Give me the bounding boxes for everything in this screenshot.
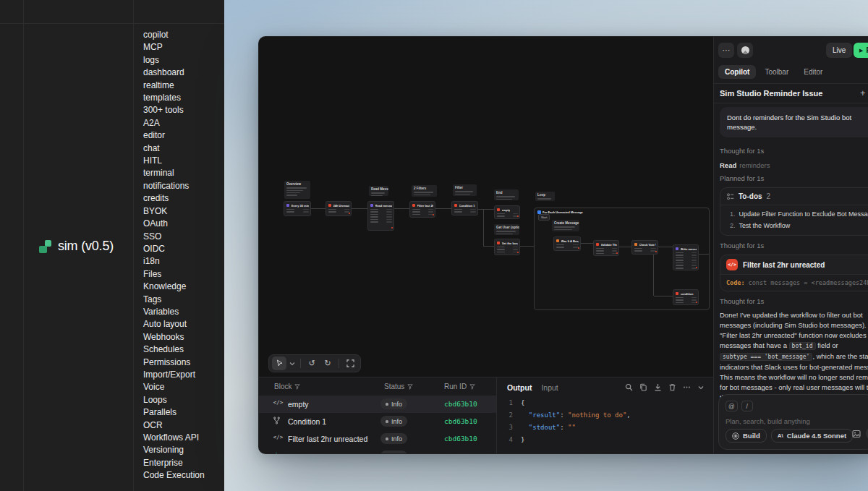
node-label: Write message <box>681 247 697 251</box>
todos-card: To-dos 2 1.Update Filter Function to Exc… <box>720 187 868 236</box>
node-param-row <box>676 265 697 266</box>
canvas-note[interactable]: Create Message <box>552 220 579 231</box>
anthropic-icon: A\ <box>778 432 783 439</box>
node-param-row <box>370 214 392 215</box>
tab-toolbar[interactable]: Toolbar <box>758 65 795 79</box>
node-param-row <box>676 299 697 301</box>
note-text-line <box>496 231 516 232</box>
table-row[interactable]: </>emptyInfocbd63b10 <box>259 396 496 413</box>
column-header-run-id[interactable]: Run ID <box>444 383 475 390</box>
canvas-note[interactable]: Overview <box>284 181 310 199</box>
attach-image-icon[interactable] <box>852 430 861 438</box>
pointer-tool-button[interactable] <box>272 356 286 370</box>
new-chat-button[interactable]: + <box>860 87 866 98</box>
workflow-node[interactable]: Every 30 minutes <box>284 201 311 216</box>
workflow-node[interactable]: 24h Unreacted <box>326 201 352 216</box>
workflow-edge <box>394 208 409 209</box>
run-button[interactable]: ▶ Run <box>854 43 868 58</box>
workflow-node[interactable]: Read messages 24hr <box>367 201 394 231</box>
code-line: 4} <box>497 434 713 446</box>
workflow-node[interactable]: Write message <box>673 244 699 270</box>
workflow-node[interactable]: Validate Thread TS <box>593 240 619 256</box>
feature-item: credits <box>143 192 205 205</box>
tab-copilot[interactable]: Copilot <box>718 65 756 79</box>
copy-icon[interactable] <box>639 383 647 391</box>
chat-title: Sim Studio Reminder Issue <box>720 89 822 98</box>
column-header-status[interactable]: Status <box>384 383 413 390</box>
required-dot <box>696 302 697 303</box>
search-icon[interactable] <box>625 383 633 391</box>
loop-start-node[interactable]: Start <box>538 214 550 221</box>
more-options-button[interactable]: ⋯ <box>718 43 734 58</box>
feature-item: Import/Export <box>143 369 205 381</box>
canvas-note[interactable]: Loop <box>535 192 555 201</box>
fit-view-button[interactable] <box>343 356 357 370</box>
tool-dropdown-chevron-icon[interactable] <box>288 356 297 370</box>
feature-item: OIDC <box>143 243 205 255</box>
workflow-node[interactable]: Filter last 2hr unreacted <box>409 201 435 218</box>
workflow-node[interactable]: Condition 1 <box>451 201 478 215</box>
download-icon[interactable] <box>654 383 662 391</box>
workflow-canvas[interactable]: ↺ ↻ For Each Unreacted MessageStartOverv… <box>259 37 713 377</box>
workflow-node[interactable]: Was It A Busy Chat <box>553 236 581 251</box>
trash-icon[interactable] <box>668 383 676 391</box>
function-code-preview: Code:const messages = <readmessages24hr.… <box>720 274 868 291</box>
node-param-row <box>454 211 476 213</box>
run-id: cbd63b10 <box>444 400 477 408</box>
table-row[interactable]: Read messages 24hrInfocbd63b10 <box>259 448 496 454</box>
feature-list: copilotMCPlogsdashboardrealtimetemplates… <box>143 29 205 482</box>
mention-chip[interactable]: @ <box>726 401 738 411</box>
node-param-row <box>286 211 309 213</box>
copilot-sphere-button[interactable] <box>737 43 753 58</box>
node-type-icon <box>676 292 679 296</box>
function-block-card[interactable]: </> Filter last 2hr unreacted Code:const… <box>720 255 868 291</box>
workflow-node[interactable]: condition <box>673 289 699 305</box>
todos-header[interactable]: To-dos 2 <box>720 188 868 205</box>
workflow-node[interactable]: Get the busy chat <box>494 239 520 255</box>
workflow-edge <box>520 246 534 247</box>
live-button[interactable]: Live <box>826 43 852 58</box>
node-label: Check Vote TS <box>639 243 656 247</box>
note-text-line <box>371 192 385 194</box>
table-row[interactable]: </>Filter last 2hr unreactedInfocbd63b10 <box>259 430 496 448</box>
canvas-note[interactable]: End <box>494 189 519 200</box>
canvas-note[interactable]: Get User (optional) <box>494 224 519 235</box>
table-row[interactable]: Condition 1Infocbd63b10 <box>259 413 496 430</box>
workflow-node[interactable]: empty <box>494 205 520 219</box>
todo-item[interactable]: 1.Update Filter Function to Exclude Bot … <box>720 205 868 220</box>
feature-item: copilot <box>143 29 205 41</box>
canvas-note[interactable]: 2 Filters <box>412 185 437 197</box>
workflow-edge <box>484 246 494 247</box>
inline-code: subtype === 'bot_message' <box>720 353 812 361</box>
grid-line <box>23 0 24 491</box>
tab-output[interactable]: Output <box>507 383 532 392</box>
node-param-row <box>497 218 518 219</box>
thought-status[interactable]: Thought for 1s <box>720 297 868 305</box>
node-param-row <box>412 209 433 210</box>
note-text-line <box>537 198 551 200</box>
build-mode-button[interactable]: Build <box>726 429 767 443</box>
canvas-note[interactable]: Filter <box>453 184 477 196</box>
thought-status[interactable]: Thought for 1s <box>720 242 868 249</box>
collapse-chevron-icon[interactable] <box>697 384 705 391</box>
node-label: Validate Thread TS <box>601 243 617 247</box>
redo-button[interactable]: ↻ <box>320 356 335 370</box>
planned-status[interactable]: Planned for 1s <box>720 174 868 182</box>
slash-command-chip[interactable]: / <box>741 401 753 411</box>
canvas-note[interactable]: Read Messages <box>369 186 388 196</box>
copilot-panel: ⋯ Live ▶ Run Copilot Toolbar Editor Sim … <box>713 37 868 454</box>
feature-item: Webhooks <box>143 331 205 343</box>
tab-input[interactable]: Input <box>541 383 558 392</box>
chat-input-placeholder[interactable]: Plan, search, build anything <box>726 417 867 425</box>
undo-button[interactable]: ↺ <box>305 356 319 370</box>
tab-editor[interactable]: Editor <box>797 65 829 79</box>
note-text-line <box>455 191 473 192</box>
workflow-node[interactable]: Check Vote TS <box>631 240 658 255</box>
todo-item[interactable]: 2.Test the Workflow <box>720 220 868 235</box>
more-icon[interactable] <box>683 383 691 391</box>
thought-status[interactable]: Thought for 1s <box>720 147 868 155</box>
node-type-icon <box>634 243 638 247</box>
column-header-block[interactable]: Block <box>274 383 300 390</box>
chat-input-box[interactable]: @ / Plan, search, build anything Build A… <box>718 394 868 450</box>
model-selector-button[interactable]: A\ Claude 4.5 Sonnet <box>771 429 853 443</box>
